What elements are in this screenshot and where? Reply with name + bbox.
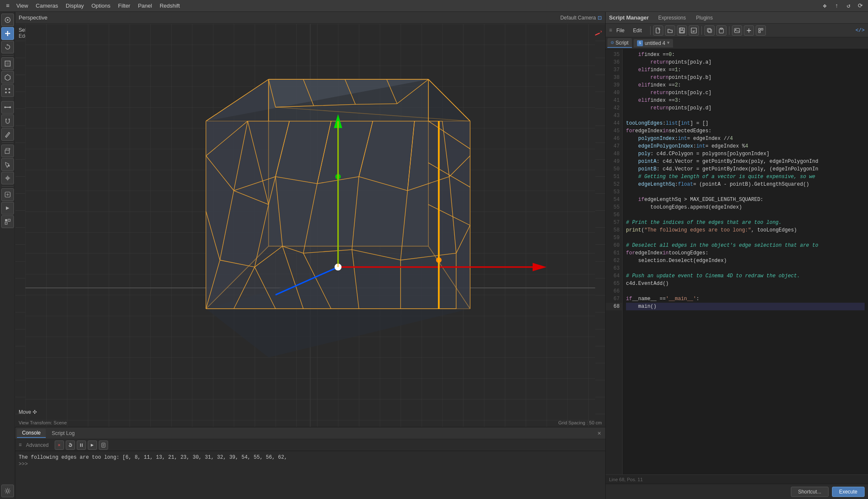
line-67: 67	[606, 295, 622, 303]
script-tabs-bar: ⚙ Script S untitled 4 ▼	[606, 37, 868, 49]
tab-script-log[interactable]: Script Log	[47, 429, 80, 438]
sm-menu: File Edit	[614, 27, 644, 34]
line-51: 51	[606, 173, 622, 181]
console-prompt: >>>	[19, 461, 602, 467]
line-56: 56	[606, 211, 622, 219]
toolbar-code-btn[interactable]: </>	[855, 28, 865, 33]
menu-view[interactable]: View	[13, 2, 31, 10]
script-icon: ⚙	[611, 39, 614, 46]
tool-scale[interactable]	[1, 57, 14, 70]
tool-knife[interactable]	[1, 128, 14, 141]
console-pause-btn[interactable]	[77, 440, 86, 450]
console-header: ≡ Advanced ✕ ▶	[15, 439, 605, 451]
console-stop-btn[interactable]: ✕	[55, 440, 64, 450]
line-44: 44	[606, 120, 622, 127]
code-line-37: elif index == 1:	[626, 66, 865, 74]
svg-point-3	[5, 88, 7, 90]
console-play-btn[interactable]: ▶	[88, 440, 97, 450]
code-line-41: elif index == 3:	[626, 97, 865, 104]
toolbar-open-btn[interactable]	[665, 25, 675, 36]
menu-options[interactable]: Options	[88, 2, 114, 10]
sm-tab-plugins[interactable]: Plugins	[692, 14, 717, 22]
line-43: 43	[606, 112, 622, 120]
script-tab-dropdown-icon[interactable]: ▼	[667, 41, 670, 45]
tool-render[interactable]	[1, 202, 14, 215]
toolbar-paste-btn[interactable]	[716, 25, 726, 36]
sm-file-menu[interactable]: File	[614, 27, 627, 34]
script-manager-header: Script Manager Expressions Plugins	[606, 12, 868, 24]
svg-rect-142	[759, 31, 760, 33]
menu-panel[interactable]: Panel	[134, 2, 155, 10]
tool-measure[interactable]	[1, 172, 14, 184]
nav-rotate-icon[interactable]: ↺	[844, 2, 853, 10]
script-tab-name: untitled 4	[645, 40, 665, 46]
code-line-63	[626, 265, 865, 272]
tool-bottom1[interactable]	[1, 215, 14, 228]
execute-button[interactable]: Execute	[832, 487, 865, 497]
left-toolbar	[0, 12, 15, 499]
console-close-btn[interactable]: ✕	[595, 429, 604, 438]
line-62: 62	[606, 257, 622, 265]
svg-rect-135	[707, 28, 711, 32]
code-line-55: tooLongEdges.append(edgeIndex)	[626, 204, 865, 211]
nav-up-icon[interactable]: ↑	[832, 2, 841, 10]
menu-display[interactable]: Display	[62, 2, 87, 10]
tool-paint[interactable]	[1, 158, 14, 171]
menu-redshift[interactable]: Redshift	[156, 2, 184, 10]
menu-bar-left: ≡ View Cameras Display Options Filter Pa…	[3, 2, 183, 10]
tab-console[interactable]: Console	[17, 429, 46, 438]
viewport-3d[interactable]: Selected Total Edges 1103 1200 Y X Z	[15, 24, 605, 427]
code-line-64: # Push an update event to Cinema 4D to r…	[626, 272, 865, 280]
svg-point-7	[4, 106, 6, 108]
menu-cameras[interactable]: Cameras	[32, 2, 61, 10]
console-restart-btn[interactable]	[66, 440, 75, 450]
sm-edit-menu[interactable]: Edit	[631, 27, 645, 34]
sm-tab-expressions[interactable]: Expressions	[654, 14, 690, 22]
hamburger-icon[interactable]: ≡	[3, 2, 12, 10]
line-63: 63	[606, 265, 622, 272]
tool-rotate[interactable]	[1, 41, 14, 53]
code-line-52: edgeLengthSq: float = (pointA - pointB).…	[626, 181, 865, 188]
tool-settings[interactable]	[1, 485, 14, 497]
tool-extrude[interactable]	[1, 145, 14, 157]
tool-edge[interactable]	[1, 101, 14, 114]
code-editor[interactable]: 35 36 37 38 39 40 41 42 43 44 45 46 47 4…	[606, 49, 868, 474]
tool-select[interactable]	[1, 14, 14, 26]
tool-move[interactable]	[1, 27, 14, 40]
tool-scene[interactable]	[1, 188, 14, 201]
code-line-47: edgeInPolygonIndex: int = edgeIndex % 4	[626, 142, 865, 150]
tool-points[interactable]	[1, 84, 14, 97]
toolbar-saveas-btn[interactable]	[689, 25, 699, 36]
code-line-53	[626, 188, 865, 196]
tool-polygon[interactable]	[1, 71, 14, 84]
toolbar-separator-1	[2, 55, 14, 56]
toolbar-unknown1-btn[interactable]	[744, 25, 754, 36]
line-60: 60	[606, 242, 622, 249]
code-line-61: for edgeIndex in tooLongEdges:	[626, 249, 865, 257]
toolbar-copy-btn[interactable]	[704, 25, 715, 36]
nav-reset-icon[interactable]: ⟳	[856, 2, 865, 10]
code-content[interactable]: if index == 0: return points[poly.a] eli…	[623, 49, 868, 474]
svg-rect-129	[656, 28, 659, 33]
svg-point-16	[6, 490, 9, 492]
svg-point-10	[8, 165, 10, 167]
console-doc-btn[interactable]	[99, 440, 108, 450]
toolbar-save-btn[interactable]	[677, 25, 687, 36]
menu-bar: ≡ View Cameras Display Options Filter Pa…	[0, 0, 868, 12]
svg-rect-134	[708, 29, 712, 33]
svg-rect-132	[680, 31, 684, 33]
toolbar-unknown2-btn[interactable]	[756, 25, 766, 36]
console-advanced-label: Advanced	[26, 442, 48, 448]
line-55: 55	[606, 204, 622, 211]
line-66: 66	[606, 287, 622, 295]
script-untitled-tab[interactable]: S untitled 4 ▼	[634, 39, 673, 47]
script-tab-active[interactable]: ⚙ Script	[607, 38, 632, 48]
toolbar-new-btn[interactable]	[653, 25, 663, 36]
menu-filter[interactable]: Filter	[115, 2, 134, 10]
console-output: The following edges are too long: [6, 8,…	[19, 454, 602, 461]
toolbar-image-btn[interactable]	[732, 25, 742, 36]
viewport-bottom: Console Script Log ✕ ≡ Advanced ✕ ▶	[15, 427, 605, 499]
tool-magnet[interactable]	[1, 114, 14, 127]
viewport-section: Perspective Default Camera ⊡ Selected To…	[15, 12, 605, 499]
shortcut-button[interactable]: Shortcut...	[791, 487, 829, 497]
